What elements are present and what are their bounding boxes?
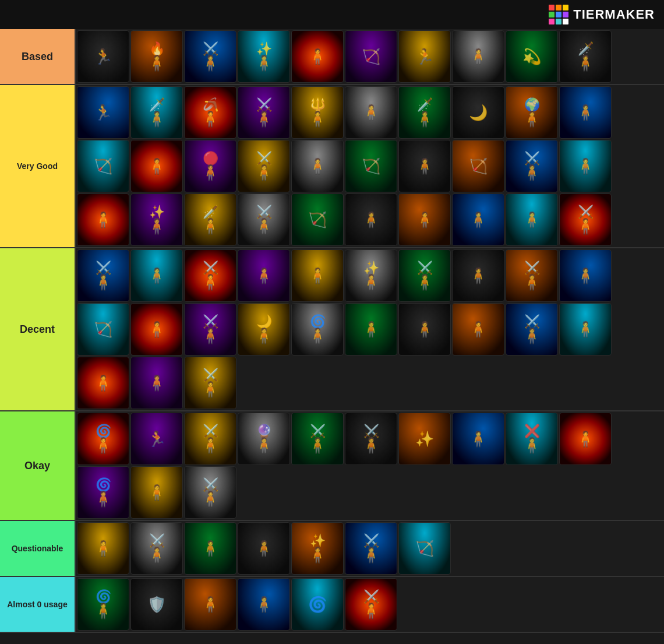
tier-item: 🗡️ 🧍	[130, 86, 183, 139]
tier-item: 🧍	[506, 193, 558, 246]
tier-item: 🧍	[77, 522, 129, 575]
tier-item: ⚔️ 🧍	[130, 522, 183, 575]
tier-label-okay: Okay	[0, 411, 76, 520]
header-bar: TiERMAKER	[0, 0, 664, 29]
tier-item: ⚔️ 🧍	[506, 303, 558, 356]
tier-item: 🧍	[77, 193, 129, 246]
tier-item: 🧍	[238, 249, 290, 302]
tier-item: 🧍	[130, 357, 183, 409]
tier-item: 🔴 🧍	[184, 140, 236, 192]
tier-item: 🗡️ 🧍	[559, 30, 612, 83]
tier-items-verygood: 🏃 🗡️ 🧍 🪃 🧍 ⚔️ 🧍 🔱 🧍 🧍 🗡️ 🧍	[76, 85, 664, 247]
tier-item: ⚔️ 🧍	[345, 578, 397, 631]
tier-item: 🏹	[77, 303, 129, 356]
tier-item: 🧍	[345, 193, 397, 246]
tier-item: ⚔️ 🧍	[184, 357, 236, 409]
tier-item: ⚔️ 🧍	[184, 30, 236, 83]
tier-item: ✨ 🧍	[238, 30, 290, 83]
tier-item: ⚔️ 🧍	[238, 193, 290, 246]
tier-item: 🗡️ 🧍	[184, 193, 236, 246]
tier-label-questionable: Questionable	[0, 521, 76, 576]
tier-label-based: Based	[0, 29, 76, 84]
tier-items-almost0: 🌀 🧍 🛡️ 🧍 🧍 🌀 ⚔️ 🧍	[76, 577, 664, 632]
tier-item: 🧍	[559, 249, 612, 302]
tier-row-questionable: Questionable 🧍 ⚔️ 🧍 🧍 🧍 ✨ 🧍 ⚔️ 🧍	[0, 521, 664, 577]
tier-rows-container: Based 🏃 🔥 🧍 ⚔️ 🧍 ✨ 🧍 🧍 🏹	[0, 29, 664, 633]
tier-row-almost0: Almost 0 usage 🌀 🧍 🛡️ 🧍 🧍 🌀 ⚔️ 🧍	[0, 577, 664, 633]
logo-grid-icon	[549, 5, 568, 24]
tier-item: 🧍	[184, 522, 236, 575]
tier-item: 🧍	[452, 193, 504, 246]
tier-item: 🌙	[452, 86, 504, 139]
tier-item: 🛡️	[130, 578, 183, 631]
tier-item: 🗡️ 🧍	[398, 86, 451, 139]
tier-item: 🏹	[398, 522, 451, 575]
tier-item: ⚔️ 🧍	[506, 140, 558, 192]
tier-item: ❌ 🧍	[506, 413, 558, 465]
tier-item: 🧍	[77, 357, 129, 409]
tier-item: 🏹	[291, 193, 344, 246]
tier-item: 🧍	[559, 86, 612, 139]
tiermaker-logo: TiERMAKER	[549, 5, 655, 24]
tier-item: 🔮 🧍	[238, 413, 290, 465]
tier-item: 🧍	[238, 522, 290, 575]
tier-item: 🏃	[398, 30, 451, 83]
tier-item: 🧍	[452, 249, 504, 302]
tier-item: 🌀 🧍	[77, 578, 129, 631]
tier-item: 🧍	[291, 140, 344, 192]
tier-item: ⚔️ 🧍	[559, 193, 612, 246]
tier-items-based: 🏃 🔥 🧍 ⚔️ 🧍 ✨ 🧍 🧍 🏹 🏃	[76, 29, 664, 84]
tier-item: ⚔️ 🧍	[184, 249, 236, 302]
tier-item: 🧍	[345, 303, 397, 356]
tier-row-okay: Okay 🌀 🧍 🏃 ⚔️ 🧍 🔮 🧍 ⚔️ 🧍 ⚔️ 🧍	[0, 411, 664, 521]
tier-item: 🧍	[559, 303, 612, 356]
tier-item: ⚔️ 🧍	[238, 86, 290, 139]
tier-item: 🌀	[291, 578, 344, 631]
tier-item: 🧍	[559, 140, 612, 192]
tier-item: ⚔️ 🧍	[345, 522, 397, 575]
tier-item: 🧍	[398, 303, 451, 356]
tier-item: 🧍	[130, 249, 183, 302]
tier-item: 🔱 🧍	[291, 86, 344, 139]
tier-item: 🏃	[77, 86, 129, 139]
tier-item: 🌀 🧍	[291, 303, 344, 356]
tier-item: ⚔️ 🧍	[77, 249, 129, 302]
tier-item: 🔥 🧍	[130, 30, 183, 83]
tier-items-okay: 🌀 🧍 🏃 ⚔️ 🧍 🔮 🧍 ⚔️ 🧍 ⚔️ 🧍 ✨	[76, 411, 664, 520]
tier-item: 🧍	[130, 466, 183, 519]
tier-item: 🧍	[559, 413, 612, 465]
tier-item: 🧍	[238, 578, 290, 631]
tier-item: 🧍	[291, 249, 344, 302]
tier-item: ✨	[398, 413, 451, 465]
tier-item: ✨ 🧍	[291, 522, 344, 575]
tier-item: 💫	[506, 30, 558, 83]
tier-item: 🏃	[77, 30, 129, 83]
tier-item: 🌀 🧍	[77, 466, 129, 519]
tier-item: 🧍	[130, 140, 183, 192]
tier-item: 🏹	[345, 30, 397, 83]
tier-item: ⚔️ 🧍	[398, 249, 451, 302]
tier-item: 🧍	[184, 578, 236, 631]
tier-items-decent: ⚔️ 🧍 🧍 ⚔️ 🧍 🧍 🧍 ✨ 🧍 ⚔️ 🧍	[76, 248, 664, 410]
tier-item: ⚔️ 🧍	[238, 140, 290, 192]
tier-item: 🏹	[452, 140, 504, 192]
tier-item: 🧍	[452, 303, 504, 356]
tier-item: 🌀 🧍	[77, 413, 129, 465]
tier-item: ⚔️ 🧍	[506, 249, 558, 302]
tier-item: ⚔️ 🧍	[345, 413, 397, 465]
tier-row-based: Based 🏃 🔥 🧍 ⚔️ 🧍 ✨ 🧍 🧍 🏹	[0, 29, 664, 85]
tier-item: ⚔️ 🧍	[184, 303, 236, 356]
tier-row-verygood: Very Good 🏃 🗡️ 🧍 🪃 🧍 ⚔️ 🧍 🔱 🧍 🧍	[0, 85, 664, 248]
tier-row-decent: Decent ⚔️ 🧍 🧍 ⚔️ 🧍 🧍 🧍 ✨ 🧍 ⚔️	[0, 248, 664, 411]
tier-item: 🪃 🧍	[184, 86, 236, 139]
tier-item: ⚔️ 🧍	[184, 466, 236, 519]
tier-item: 🏹	[345, 140, 397, 192]
tier-item: 🧍	[452, 413, 504, 465]
tier-item: 🧍	[291, 30, 344, 83]
tier-item: 🧍	[398, 140, 451, 192]
tier-items-questionable: 🧍 ⚔️ 🧍 🧍 🧍 ✨ 🧍 ⚔️ 🧍 🏹	[76, 521, 664, 576]
tier-item: ✨ 🧍	[130, 193, 183, 246]
tier-item: 🌙 🧍	[238, 303, 290, 356]
tier-item: ✨ 🧍	[345, 249, 397, 302]
tier-item: 🧍	[452, 30, 504, 83]
